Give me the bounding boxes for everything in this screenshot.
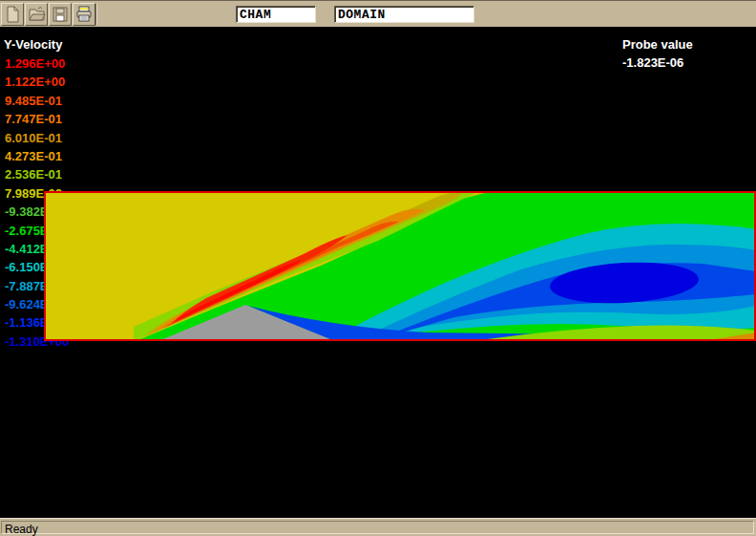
legend-title: Y-Velocity xyxy=(4,37,62,52)
legend-value: 6.010E-01 xyxy=(5,129,70,147)
legend-value: 1.296E+00 xyxy=(5,54,70,73)
print-button[interactable] xyxy=(73,3,95,26)
open-folder-icon xyxy=(27,5,46,24)
contour-plot[interactable] xyxy=(44,191,756,341)
legend-value: 4.273E-01 xyxy=(5,147,70,165)
probe-value: -1.823E-06 xyxy=(622,55,693,74)
printer-icon xyxy=(74,5,94,24)
legend-value: 7.747E-01 xyxy=(5,110,70,128)
save-button[interactable] xyxy=(49,3,72,26)
status-bar: Ready xyxy=(0,518,756,536)
new-document-icon xyxy=(3,5,22,24)
open-button[interactable] xyxy=(25,3,48,26)
probe-label: Probe value xyxy=(622,37,693,55)
legend-value: 9.485E-01 xyxy=(5,92,70,110)
legend-value: 2.536E-01 xyxy=(5,165,70,183)
phoenics-viewer-window: { "toolbar": { "buttons": [ { "label": "… xyxy=(0,0,756,536)
new-button[interactable] xyxy=(1,3,24,26)
case-name-field[interactable] xyxy=(236,6,316,23)
status-text: Ready xyxy=(1,521,754,534)
legend-value: 1.122E+00 xyxy=(5,73,70,91)
domain-name-field[interactable] xyxy=(334,6,474,23)
save-floppy-icon xyxy=(51,5,70,24)
probe-readout: Probe value -1.823E-06 xyxy=(622,37,693,74)
toolbar xyxy=(0,0,756,27)
toolbar-separator xyxy=(95,4,97,25)
